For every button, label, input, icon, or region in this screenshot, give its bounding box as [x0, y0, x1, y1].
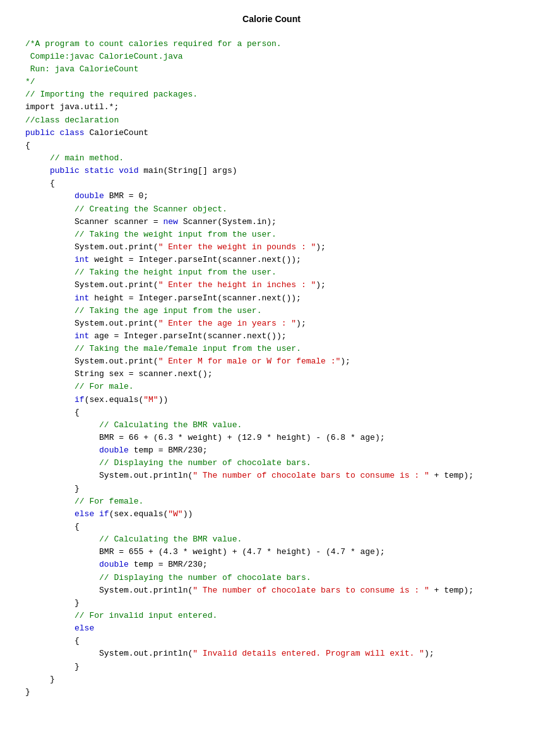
code-block: /*A program to count calories required f… — [25, 38, 518, 699]
page-title: Calorie Count — [25, 13, 518, 27]
